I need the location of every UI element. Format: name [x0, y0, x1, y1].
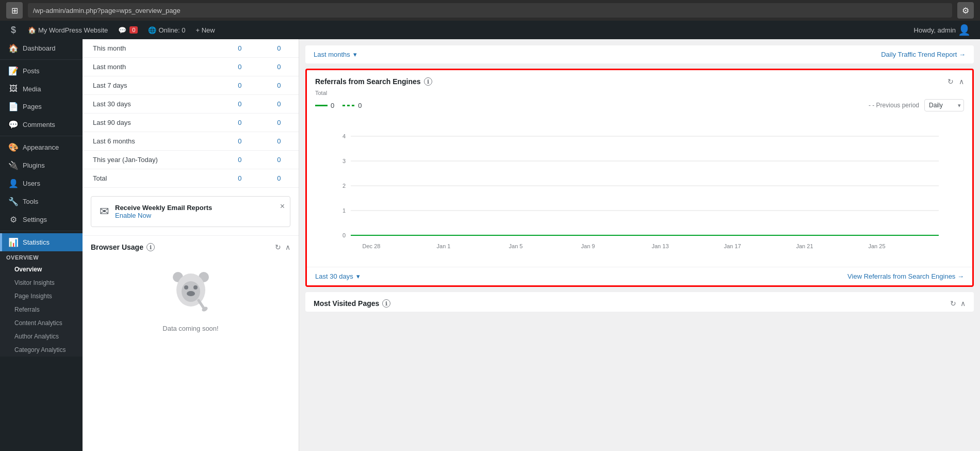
left-panel: This month 0 0 Last month 0 0 Last 7 day… — [83, 39, 299, 451]
submenu-item-content-analytics[interactable]: Content Analytics — [0, 316, 83, 330]
row-label: This year (Jan-Today) — [83, 151, 220, 169]
dashboard-icon: 🏠 — [8, 43, 19, 53]
sidebar-divider-2 — [0, 136, 83, 136]
sidebar-item-posts[interactable]: 📝 Posts — [0, 62, 83, 80]
browser-usage-info-icon[interactable]: ℹ — [146, 243, 155, 251]
sidebar-label-dashboard: Dashboard — [23, 44, 56, 52]
main-content: This month 0 0 Last month 0 0 Last 7 day… — [83, 39, 980, 451]
admin-bar-comments[interactable]: 💬 0 — [113, 21, 143, 39]
browser-gear-icon[interactable]: ⚙ — [957, 2, 974, 19]
referrals-refresh-button[interactable]: ↻ — [948, 77, 954, 86]
admin-bar-howdy[interactable]: Howdy, admin 👤 — [909, 21, 976, 39]
submenu-item-category-analytics[interactable]: Category Analytics — [0, 343, 83, 357]
admin-bar-new[interactable]: + New — [191, 21, 220, 39]
most-visited-collapse-button[interactable]: ∧ — [960, 299, 966, 308]
row-v2[interactable]: 0 — [259, 114, 299, 132]
legend-previous-value: 0 — [358, 102, 362, 109]
email-notification-box: ✉ Receive Weekly Email Reports Enable No… — [91, 196, 290, 227]
legend-current: 0 — [315, 102, 334, 109]
row-v2[interactable]: 0 — [259, 58, 299, 76]
row-v2[interactable]: 0 — [259, 132, 299, 151]
sidebar-item-comments[interactable]: 💬 Comments — [0, 116, 83, 134]
row-v1[interactable]: 0 — [220, 39, 259, 58]
sidebar-label-media: Media — [23, 85, 41, 93]
svg-text:Jan 5: Jan 5 — [509, 243, 523, 249]
row-v1[interactable]: 0 — [220, 151, 259, 169]
howdy-text: Howdy, admin — [914, 26, 956, 34]
comments-count: 0 — [129, 26, 138, 34]
referrals-chart-footer: Last 30 days ▾ View Referrals from Searc… — [307, 267, 972, 285]
sidebar-label-settings: Settings — [23, 216, 47, 223]
sidebar-item-pages[interactable]: 📄 Pages — [0, 98, 83, 116]
row-v1[interactable]: 0 — [220, 114, 259, 132]
most-visited-actions: ↻ ∧ — [950, 299, 966, 308]
sidebar-item-statistics[interactable]: 📊 Statistics — [0, 233, 83, 251]
svg-text:1: 1 — [342, 207, 346, 214]
period-selector-label: Last months — [314, 51, 350, 58]
comments-icon: 💬 — [8, 120, 19, 130]
most-visited-info-icon[interactable]: ℹ — [382, 299, 390, 308]
admin-bar-online[interactable]: 🌐 Online: 0 — [143, 21, 190, 39]
table-row: Last 90 days 0 0 — [83, 114, 299, 132]
row-v1[interactable]: 0 — [220, 95, 259, 114]
row-v1[interactable]: 0 — [220, 132, 259, 151]
sidebar-label-tools: Tools — [23, 198, 38, 205]
right-panel: Last months ▾ Daily Traffic Trend Report… — [299, 39, 980, 451]
daily-select[interactable]: Daily Weekly Monthly — [924, 99, 964, 111]
statistics-icon: 📊 — [8, 237, 19, 247]
referrals-info-icon[interactable]: ℹ — [424, 77, 432, 86]
submenu-item-referrals[interactable]: Referrals — [0, 303, 83, 316]
row-label: Last 7 days — [83, 76, 220, 95]
previous-period-label: - - Previous period — [869, 102, 919, 109]
row-v1[interactable]: 0 — [220, 76, 259, 95]
no-data-bear-icon — [170, 267, 211, 320]
submenu-item-author-analytics[interactable]: Author Analytics — [0, 330, 83, 343]
browser-grid-icon[interactable]: ⊞ — [6, 2, 23, 19]
row-label: Last 90 days — [83, 114, 220, 132]
sidebar-item-media[interactable]: 🖼 Media — [0, 80, 83, 98]
referrals-title-text: Referrals from Search Engines — [315, 77, 421, 86]
view-referrals-link[interactable]: View Referrals from Search Engines → — [847, 272, 964, 280]
browser-usage-header: Browser Usage ℹ ↻ ∧ — [83, 236, 299, 256]
sidebar-divider-3 — [0, 231, 83, 231]
row-v2[interactable]: 0 — [259, 151, 299, 169]
period-selector[interactable]: Last months ▾ — [314, 51, 357, 58]
referrals-chart-title: Referrals from Search Engines ℹ — [315, 77, 432, 86]
row-v2[interactable]: 0 — [259, 39, 299, 58]
browser-usage-collapse-button[interactable]: ∧ — [285, 243, 290, 251]
submenu-item-visitor-insights[interactable]: Visitor Insights — [0, 276, 83, 289]
row-v2[interactable]: 0 — [259, 95, 299, 114]
wp-logo[interactable]: $ — [4, 21, 23, 39]
row-v2[interactable]: 0 — [259, 76, 299, 95]
most-visited-refresh-button[interactable]: ↻ — [950, 299, 956, 308]
sidebar-item-settings[interactable]: ⚙ Settings — [0, 211, 83, 229]
sidebar-item-dashboard[interactable]: 🏠 Dashboard — [0, 39, 83, 57]
referrals-collapse-button[interactable]: ∧ — [959, 77, 964, 86]
browser-usage-no-data: Data coming soon! — [83, 256, 299, 343]
sidebar-item-appearance[interactable]: 🎨 Appearance — [0, 138, 83, 156]
row-v1[interactable]: 0 — [220, 58, 259, 76]
svg-text:3: 3 — [342, 158, 346, 164]
admin-bar-site[interactable]: 🏠 My WordPress Website — [23, 21, 113, 39]
media-icon: 🖼 — [8, 84, 19, 93]
sidebar-item-tools[interactable]: 🔧 Tools — [0, 192, 83, 211]
sidebar-label-appearance: Appearance — [23, 143, 59, 151]
online-dot-icon: 🌐 — [148, 26, 156, 34]
chart-footer-period-selector[interactable]: Last 30 days ▾ — [315, 272, 360, 280]
row-v1[interactable]: 0 — [220, 169, 259, 188]
email-close-button[interactable]: × — [280, 202, 285, 211]
sidebar-item-users[interactable]: 👤 Users — [0, 174, 83, 192]
svg-text:Jan 21: Jan 21 — [796, 243, 813, 249]
email-enable-link[interactable]: Enable Now — [115, 212, 282, 219]
svg-text:Dec 28: Dec 28 — [363, 243, 381, 249]
submenu-item-page-insights[interactable]: Page Insights — [0, 289, 83, 303]
submenu-item-overview[interactable]: Overview — [0, 263, 83, 276]
comment-icon: 💬 — [118, 26, 126, 34]
daily-traffic-report-link[interactable]: Daily Traffic Trend Report → — [881, 51, 966, 58]
browser-url-input[interactable] — [28, 3, 952, 18]
sidebar-item-plugins[interactable]: 🔌 Plugins — [0, 156, 83, 174]
browser-usage-refresh-button[interactable]: ↻ — [275, 243, 281, 251]
home-icon: 🏠 — [28, 26, 36, 34]
row-v2[interactable]: 0 — [259, 169, 299, 188]
sidebar-submenu: Overview Overview Visitor Insights Page … — [0, 251, 83, 357]
